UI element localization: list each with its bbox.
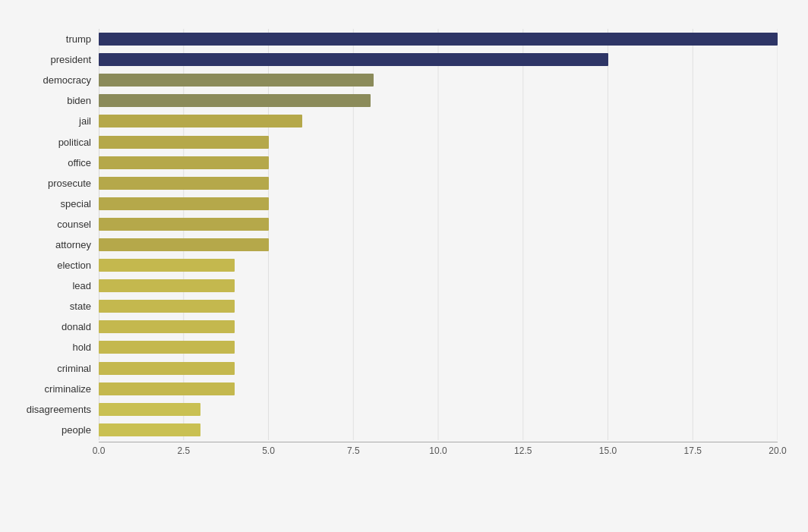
- bar-label: disagreements: [8, 404, 99, 415]
- bar-label: state: [8, 301, 99, 312]
- bar-fill: [99, 218, 269, 231]
- bar-fill: [99, 115, 302, 127]
- bar-row: special: [99, 194, 778, 214]
- x-tick: 2.5: [177, 445, 190, 456]
- bar-row: disagreements: [99, 399, 778, 420]
- x-tick: 7.5: [347, 445, 360, 456]
- bar-track: [99, 70, 778, 90]
- bar-fill: [99, 238, 269, 251]
- bar-fill: [99, 94, 371, 107]
- x-tick: 0.0: [93, 445, 106, 456]
- bar-fill: [99, 423, 200, 436]
- bar-row: attorney: [99, 235, 778, 255]
- bar-label: special: [8, 198, 99, 209]
- x-axis: 0.02.55.07.510.012.515.017.520.0: [99, 442, 778, 457]
- bar-label: criminal: [8, 363, 99, 374]
- x-tick: 12.5: [514, 445, 532, 456]
- bar-label: democracy: [8, 74, 99, 86]
- bar-track: [99, 111, 778, 131]
- bar-label: biden: [8, 95, 99, 106]
- bar-label: prosecute: [8, 178, 99, 189]
- bar-row: donald: [99, 316, 778, 337]
- bar-track: [99, 337, 778, 357]
- bar-label: people: [8, 424, 99, 436]
- x-tick: 10.0: [429, 445, 447, 456]
- bar-row: criminal: [99, 358, 778, 379]
- bar-track: [99, 296, 778, 316]
- bar-fill: [99, 197, 269, 210]
- bar-label: hold: [8, 342, 99, 353]
- bars-wrapper: trumppresidentdemocracybidenjailpolitica…: [99, 29, 778, 440]
- bar-row: political: [99, 131, 778, 152]
- bar-row: election: [99, 255, 778, 275]
- bar-row: criminalize: [99, 379, 778, 399]
- bar-row: biden: [99, 90, 778, 111]
- bar-fill: [99, 53, 608, 66]
- bar-track: [99, 316, 778, 337]
- bar-label: criminalize: [8, 383, 99, 395]
- bar-fill: [99, 259, 235, 272]
- bar-row: people: [99, 420, 778, 440]
- bar-label: election: [8, 260, 99, 271]
- bar-label: attorney: [8, 239, 99, 250]
- bar-row: state: [99, 296, 778, 316]
- bar-track: [99, 194, 778, 214]
- bar-label: political: [8, 137, 99, 148]
- bar-track: [99, 255, 778, 275]
- bar-row: lead: [99, 275, 778, 296]
- bar-label: trump: [8, 33, 99, 45]
- bar-track: [99, 358, 778, 379]
- bar-fill: [99, 156, 269, 169]
- chart-container: trumppresidentdemocracybidenjailpolitica…: [0, 0, 808, 532]
- bar-track: [99, 90, 778, 111]
- bar-label: president: [8, 54, 99, 65]
- bar-label: office: [8, 157, 99, 168]
- bar-track: [99, 49, 778, 70]
- bar-fill: [99, 382, 235, 395]
- bar-label: jail: [8, 115, 99, 127]
- bar-fill: [99, 341, 235, 354]
- bar-fill: [99, 320, 235, 333]
- bar-row: trump: [99, 29, 778, 49]
- bar-fill: [99, 279, 235, 292]
- bar-label: lead: [8, 280, 99, 291]
- bar-row: counsel: [99, 214, 778, 235]
- bar-label: donald: [8, 321, 99, 332]
- bar-fill: [99, 136, 269, 149]
- bar-row: office: [99, 153, 778, 173]
- bar-track: [99, 153, 778, 173]
- bar-fill: [99, 74, 374, 87]
- bar-fill: [99, 300, 235, 313]
- bar-track: [99, 214, 778, 235]
- x-tick: 15.0: [599, 445, 617, 456]
- bar-track: [99, 379, 778, 399]
- bar-track: [99, 131, 778, 152]
- bar-track: [99, 173, 778, 194]
- bar-row: president: [99, 49, 778, 70]
- bar-track: [99, 235, 778, 255]
- bar-fill: [99, 362, 235, 375]
- bar-row: hold: [99, 337, 778, 357]
- bar-row: jail: [99, 111, 778, 131]
- bar-fill: [99, 177, 269, 190]
- x-tick: 20.0: [769, 445, 786, 456]
- bar-track: [99, 420, 778, 440]
- bar-row: democracy: [99, 70, 778, 90]
- x-tick: 17.5: [684, 445, 702, 456]
- bar-track: [99, 29, 778, 49]
- bar-fill: [99, 33, 778, 46]
- bar-track: [99, 399, 778, 420]
- bar-track: [99, 275, 778, 296]
- x-tick: 5.0: [262, 445, 275, 456]
- bar-fill: [99, 403, 200, 416]
- bar-label: counsel: [8, 219, 99, 230]
- bar-row: prosecute: [99, 173, 778, 194]
